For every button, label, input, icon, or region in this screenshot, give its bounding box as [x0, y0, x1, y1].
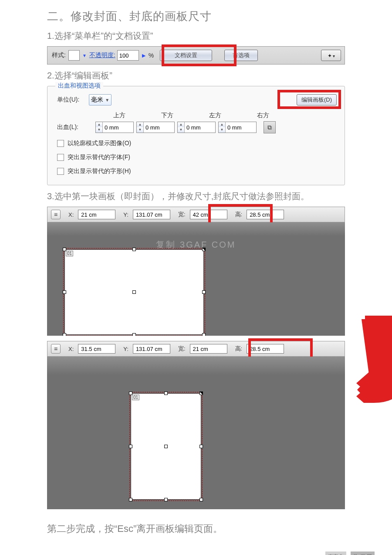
x-label: X:	[64, 346, 74, 352]
bleed-top-input[interactable]: ▲▼	[95, 122, 134, 133]
width-input[interactable]	[190, 344, 227, 354]
checkbox-icon	[57, 154, 64, 161]
height-label: 高:	[231, 345, 243, 353]
red-arrow-indicator	[356, 316, 392, 403]
unit-label: 单位(U):	[57, 96, 79, 104]
step3-heading: 3.选中第一块画板（即封面），并修改尺寸,封底尺寸做法参照封面。	[47, 191, 345, 202]
canvas-area-1[interactable]: 复制 3GAF COM 01	[47, 222, 345, 336]
link-values-icon[interactable]	[264, 121, 276, 133]
footer-bar: 查字典 教 程 网	[0, 550, 392, 555]
x-input[interactable]	[78, 210, 115, 219]
opacity-popup-icon[interactable]: ▶	[141, 53, 147, 58]
style-label: 样式:	[51, 51, 67, 59]
wand-icon	[328, 52, 332, 59]
outline-images-checkbox[interactable]: 以轮廓模式显示图像(O)	[57, 140, 335, 147]
footnote: 第二步完成，按“Esc”离开画板编辑页面。	[47, 522, 345, 535]
unit-value: 毫米	[91, 96, 103, 104]
style-swatch[interactable]	[68, 50, 80, 61]
site-tag-1: 查字典	[325, 552, 346, 555]
main-heading: 二。修改封面、封底的画板尺寸	[47, 9, 345, 24]
artboard-1[interactable]: 01	[64, 249, 204, 335]
y-label: Y:	[119, 346, 129, 352]
highlight-fonts-checkbox[interactable]: 突出显示替代的字体(F)	[57, 153, 335, 161]
canvas-area-2[interactable]: 01	[47, 357, 345, 509]
bleed-right-input[interactable]: ▲▼	[218, 122, 257, 133]
y-input[interactable]	[133, 210, 170, 219]
bleed-bottom-input[interactable]: ▲▼	[136, 122, 175, 133]
document-setup-button[interactable]: 文档设置	[160, 50, 212, 61]
y-input[interactable]	[133, 344, 170, 354]
opacity-label[interactable]: 不透明度:	[89, 51, 115, 59]
preferences-button[interactable]: 首选项	[224, 50, 258, 61]
checkbox-icon	[57, 140, 64, 147]
width-label: 宽:	[174, 345, 186, 353]
unit-select[interactable]: 毫米 ▼	[89, 94, 112, 106]
panel-title: 出血和视图选项	[55, 82, 103, 90]
y-label: Y:	[119, 211, 129, 218]
height-input[interactable]	[247, 210, 284, 219]
artboard-number: 01	[132, 395, 139, 400]
style-dropdown-icon[interactable]: ▼	[81, 53, 88, 58]
chevron-down-icon	[333, 52, 335, 59]
dir-left: 左方	[191, 112, 239, 119]
dir-bottom: 下方	[143, 112, 191, 119]
height-label: 高:	[231, 211, 243, 218]
checkbox-icon	[57, 168, 64, 175]
x-input[interactable]	[78, 344, 115, 354]
width-input[interactable]	[190, 210, 227, 219]
step2-heading: 2.选择“编辑画板”	[47, 70, 345, 82]
dir-top: 上方	[95, 112, 143, 119]
edit-artboards-button[interactable]: 编辑画板(D)	[297, 94, 337, 106]
dir-right: 右方	[239, 112, 287, 119]
artboard-options-bar-2: X: Y: 宽: 高:	[47, 341, 345, 357]
bleed-left-input[interactable]: ▲▼	[177, 122, 216, 133]
options-toolbar: 样式: ▼ 不透明度: ▶ % 文档设置 首选项	[47, 46, 345, 65]
chevron-down-icon: ▼	[105, 98, 109, 102]
artboard-options-bar-1: X: Y: 宽: 高:	[47, 207, 345, 222]
width-label: 宽:	[174, 211, 186, 218]
highlight-glyphs-checkbox[interactable]: 突出显示替代的字形(H)	[57, 167, 335, 175]
height-input[interactable]	[247, 344, 284, 354]
artboard-number: 01	[66, 251, 73, 256]
bleed-view-panel: 出血和视图选项 单位(U): 毫米 ▼ 编辑画板(D) 上方 下方 左方 右方 …	[47, 86, 345, 185]
site-tag-2: 教 程 网	[351, 552, 375, 555]
x-label: X:	[64, 211, 74, 218]
opacity-input[interactable]	[117, 50, 139, 61]
percent-label: %	[149, 52, 154, 59]
wand-tool-button[interactable]	[321, 50, 341, 61]
artboard-2[interactable]: 01	[131, 393, 201, 500]
panel-menu-icon[interactable]	[51, 344, 61, 354]
panel-menu-icon[interactable]	[51, 210, 61, 219]
step1-heading: 1.选择“菜单栏”的“文档设置”	[47, 30, 345, 42]
bleed-label: 出血(L):	[57, 123, 93, 131]
